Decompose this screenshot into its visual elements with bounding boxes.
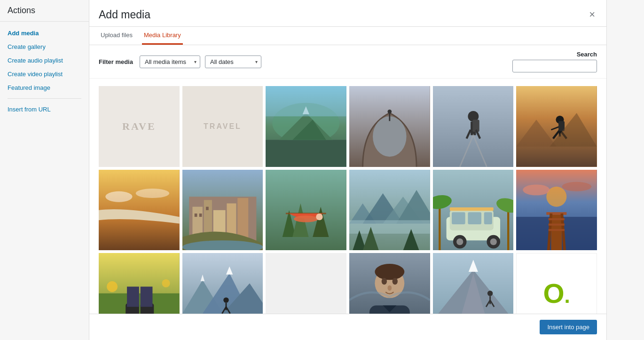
- svg-point-82: [562, 182, 592, 191]
- media-item[interactable]: [349, 253, 430, 314]
- svg-rect-36: [194, 213, 197, 217]
- svg-point-99: [223, 298, 228, 303]
- svg-point-106: [382, 278, 387, 285]
- sidebar-item-insert-from-url[interactable]: Insert from URL: [0, 103, 89, 116]
- svg-rect-59: [452, 212, 465, 224]
- right-panel: [606, 0, 644, 340]
- svg-rect-89: [127, 287, 139, 307]
- svg-rect-74: [547, 212, 567, 215]
- media-type-filter-wrap: All media items Images Audio Video ▾: [140, 55, 200, 68]
- media-item[interactable]: [349, 170, 430, 251]
- svg-point-115: [487, 291, 493, 296]
- media-item[interactable]: [266, 253, 346, 314]
- search-input[interactable]: [512, 60, 597, 72]
- date-filter-wrap: All dates 2024 2023 ▾: [205, 55, 261, 68]
- media-item[interactable]: [99, 170, 180, 251]
- media-item[interactable]: RAVE: [99, 86, 180, 167]
- media-item[interactable]: [182, 170, 263, 251]
- media-item[interactable]: [433, 86, 514, 167]
- svg-rect-17: [516, 86, 597, 167]
- modal-title: Add media: [99, 8, 150, 21]
- svg-rect-2: [266, 140, 346, 166]
- sidebar-nav: Add media Create gallery Create audio pl…: [0, 22, 89, 121]
- search-wrap: Search: [512, 51, 597, 72]
- sidebar-item-create-gallery[interactable]: Create gallery: [0, 40, 89, 54]
- svg-rect-37: [199, 213, 202, 217]
- media-item[interactable]: [516, 86, 597, 167]
- svg-rect-38: [206, 206, 209, 210]
- media-item[interactable]: [433, 253, 514, 314]
- svg-point-27: [105, 191, 132, 202]
- sidebar-item-featured-image[interactable]: Featured image: [0, 81, 89, 95]
- sidebar: Actions Add media Create gallery Create …: [0, 0, 89, 340]
- svg-point-108: [388, 285, 392, 291]
- svg-point-9: [388, 110, 392, 114]
- media-toolbar: Filter media All media items Images Audi…: [89, 45, 606, 79]
- media-item[interactable]: O .: [516, 253, 597, 314]
- insert-into-page-button[interactable]: Insert into page: [540, 320, 597, 334]
- media-item[interactable]: [99, 253, 180, 314]
- svg-point-46: [316, 213, 323, 220]
- sidebar-item-add-media[interactable]: Add media: [0, 26, 89, 40]
- svg-point-8: [373, 116, 407, 157]
- media-item[interactable]: [349, 86, 430, 167]
- logo-o-letter: O: [543, 280, 564, 307]
- svg-point-91: [107, 281, 118, 292]
- close-button[interactable]: ×: [587, 8, 597, 22]
- modal-footer: Insert into page: [89, 314, 606, 340]
- svg-rect-61: [484, 212, 492, 224]
- media-item[interactable]: [433, 170, 514, 251]
- svg-point-45: [294, 215, 318, 222]
- media-item[interactable]: [266, 86, 346, 167]
- svg-rect-6: [266, 86, 346, 116]
- svg-point-92: [162, 279, 170, 287]
- filter-label: Filter media: [99, 58, 133, 65]
- tab-media-library[interactable]: Media Library: [142, 27, 183, 45]
- media-item[interactable]: [182, 253, 263, 314]
- main-modal: Add media × Upload files Media Library F…: [89, 0, 606, 340]
- svg-point-63: [456, 238, 463, 245]
- svg-point-65: [490, 238, 496, 245]
- sidebar-header: Actions: [0, 0, 89, 22]
- svg-rect-60: [468, 212, 481, 224]
- sidebar-item-create-audio-playlist[interactable]: Create audio playlist: [0, 54, 89, 67]
- svg-rect-66: [449, 207, 493, 211]
- media-content: RAVE TRAVEL: [89, 79, 606, 314]
- svg-rect-78: [549, 223, 565, 225]
- svg-point-81: [523, 184, 550, 195]
- svg-rect-79: [549, 229, 565, 231]
- media-item[interactable]: TRAVEL: [182, 86, 263, 167]
- search-label: Search: [577, 51, 597, 58]
- modal-header: Add media ×: [89, 0, 606, 27]
- svg-rect-40: [266, 170, 346, 251]
- svg-rect-77: [549, 218, 565, 220]
- svg-rect-52: [349, 220, 430, 234]
- svg-point-107: [393, 278, 398, 285]
- media-item[interactable]: [266, 170, 346, 251]
- svg-point-28: [136, 189, 170, 198]
- sidebar-item-create-video-playlist[interactable]: Create video playlist: [0, 67, 89, 81]
- sidebar-divider: [8, 98, 81, 99]
- media-item[interactable]: [516, 170, 597, 251]
- tab-upload-files[interactable]: Upload files: [99, 27, 134, 45]
- media-type-filter[interactable]: All media items Images Audio Video: [140, 55, 200, 68]
- svg-point-105: [375, 264, 404, 280]
- media-grid: RAVE TRAVEL: [99, 86, 597, 314]
- tabs-bar: Upload files Media Library: [89, 27, 606, 45]
- svg-rect-90: [141, 287, 153, 307]
- logo-dot-symbol: .: [565, 285, 570, 306]
- date-filter[interactable]: All dates 2024 2023: [205, 55, 261, 68]
- toolbar-filters: Filter media All media items Images Audi…: [99, 55, 261, 68]
